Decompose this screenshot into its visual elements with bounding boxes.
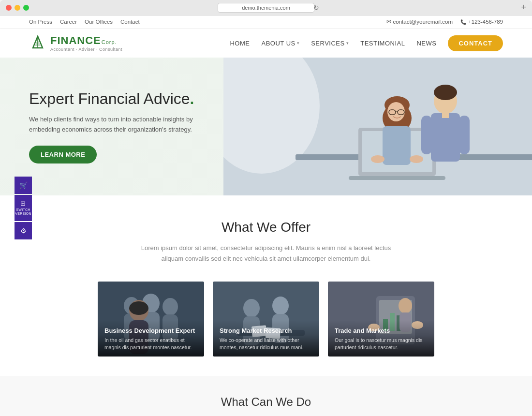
mac-window-controls <box>6 5 29 11</box>
maximize-window-btn[interactable] <box>23 5 29 11</box>
svg-rect-13 <box>459 116 470 154</box>
hero-subtitle: We help clients find ways to turn into a… <box>29 115 193 135</box>
side-panel: 🛒 ⊞ SWITCHVERSION ⚙ <box>15 177 32 239</box>
card-text-3: Our goal is to nascetur mus magnis dis p… <box>335 337 428 351</box>
topbar-link-offices[interactable]: Our Offices <box>85 19 113 25</box>
card-overlay-1: Business Development Expert In the oil a… <box>98 320 204 357</box>
svg-point-38 <box>272 297 289 315</box>
address-bar[interactable]: demo.themenia.com <box>218 3 314 13</box>
gear-icon: ⚙ <box>20 227 27 235</box>
browser-content: On Press Career Our Offices Contact ✉ co… <box>0 15 532 416</box>
top-bar-contact: ✉ contact@youremail.com 📞 +123-456-789 <box>386 18 503 25</box>
email-text: contact@youremail.com <box>393 19 453 25</box>
phone-text: +123-456-789 <box>468 19 503 25</box>
hero-background <box>223 58 532 195</box>
svg-point-34 <box>129 301 148 315</box>
switch-label: SWITCHVERSION <box>15 208 31 216</box>
logo[interactable]: FINANCECorp. Accountant · Adviser · Cons… <box>29 34 122 52</box>
card-title-2: Strong Market Research <box>220 327 312 334</box>
card-text-2: We co-operate and liaise with other mont… <box>220 337 312 351</box>
nav-about[interactable]: ABOUT US ▾ <box>261 40 299 47</box>
hero-title: Expert Financial Advice. <box>29 89 194 108</box>
chevron-down-icon: ▾ <box>297 41 300 45</box>
hero-content: Expert Financial Advice. We help clients… <box>0 89 223 163</box>
settings-button[interactable]: ⚙ <box>15 222 32 239</box>
mac-titlebar: demo.themenia.com ↻ + <box>0 0 532 15</box>
switch-version-button[interactable]: ⊞ SWITCHVERSION <box>15 195 32 221</box>
topbar-link-contact[interactable]: Contact <box>120 19 140 25</box>
svg-point-36 <box>243 299 260 317</box>
card-overlay-2: Strong Market Research We co-operate and… <box>213 320 319 357</box>
card-title-1: Business Development Expert <box>104 327 197 334</box>
card-text-1: In the oil and gas sector enatibus et ma… <box>104 337 197 351</box>
offer-card-1[interactable]: Business Development Expert In the oil a… <box>98 282 204 357</box>
svg-rect-14 <box>442 111 449 118</box>
top-bar-phone: 📞 +123-456-789 <box>460 19 503 25</box>
new-tab-button[interactable]: + <box>521 2 526 13</box>
email-icon: ✉ <box>386 18 391 25</box>
svg-rect-11 <box>431 113 460 162</box>
svg-point-30 <box>163 298 178 315</box>
learn-more-button[interactable]: LEARN MORE <box>29 146 97 163</box>
logo-name: FINANCECorp. <box>50 34 122 47</box>
nav-testimonial[interactable]: TESTIMONIAL <box>360 40 405 47</box>
top-bar-links: On Press Career Our Offices Contact <box>29 19 140 25</box>
offers-cards: Business Development Expert In the oil a… <box>29 282 503 357</box>
cart-icon: 🛒 <box>19 181 28 189</box>
svg-rect-12 <box>421 116 432 154</box>
offers-section: What We Offer Lorem ipsum dolor sit amet… <box>0 195 532 376</box>
nav-home[interactable]: HOME <box>230 40 250 47</box>
offers-title: What We Offer <box>29 220 503 235</box>
cart-button[interactable]: 🛒 <box>15 177 32 194</box>
contact-button[interactable]: CONTACT <box>448 35 503 51</box>
svg-point-24 <box>410 155 423 163</box>
switch-icon: ⊞ <box>20 200 26 208</box>
hero-section: Expert Financial Advice. We help clients… <box>0 58 532 195</box>
site-header: FINANCECorp. Accountant · Adviser · Cons… <box>0 29 532 58</box>
logo-icon <box>29 34 46 52</box>
offer-card-2[interactable]: Strong Market Research We co-operate and… <box>213 282 319 357</box>
topbar-link-onpress[interactable]: On Press <box>29 19 52 25</box>
offer-card-3[interactable]: Trade and Markets Our goal is to nascetu… <box>328 282 434 357</box>
topbar-link-career[interactable]: Career <box>60 19 77 25</box>
minimize-window-btn[interactable] <box>15 5 20 11</box>
svg-point-52 <box>399 298 412 313</box>
logo-text: FINANCECorp. Accountant · Adviser · Cons… <box>50 34 122 52</box>
nav-news[interactable]: NEWS <box>416 40 436 47</box>
svg-rect-22 <box>383 126 411 165</box>
svg-rect-8 <box>349 176 445 180</box>
hero-title-dot: . <box>190 90 194 107</box>
phone-icon: 📞 <box>460 19 466 25</box>
card-title-3: Trade and Markets <box>335 327 428 334</box>
svg-point-23 <box>371 155 384 163</box>
top-bar-email: ✉ contact@youremail.com <box>386 18 453 25</box>
nav-services[interactable]: SERVICES ▾ <box>311 40 349 47</box>
bottom-preview-section: What Can We Do <box>0 376 532 416</box>
card-overlay-3: Trade and Markets Our goal is to nascetu… <box>328 320 434 357</box>
svg-point-10 <box>434 85 457 100</box>
offers-description: Lorem ipsum dolor sit amet, consectetur … <box>140 243 392 264</box>
reload-icon[interactable]: ↻ <box>313 4 319 12</box>
top-bar: On Press Career Our Offices Contact ✉ co… <box>0 15 532 29</box>
chevron-down-icon: ▾ <box>346 41 349 45</box>
bottom-section-title: What Can We Do <box>29 395 503 409</box>
main-nav: HOME ABOUT US ▾ SERVICES ▾ TESTIMONIAL N… <box>230 35 503 51</box>
close-window-btn[interactable] <box>6 5 12 11</box>
logo-tagline: Accountant · Adviser · Consultant <box>50 47 122 52</box>
hero-people-illustration <box>223 58 532 195</box>
